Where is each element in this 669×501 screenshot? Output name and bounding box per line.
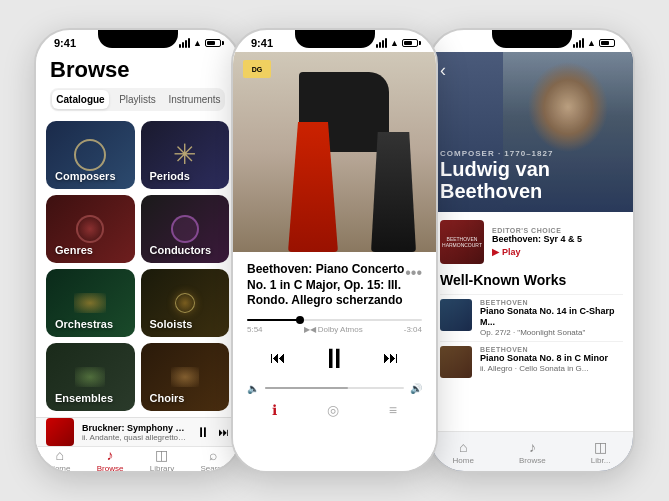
work-composer-1: BEETHOVEN [480, 299, 623, 306]
signal-icon-2 [376, 38, 387, 48]
cell-composers[interactable]: Composers [46, 121, 135, 189]
ec-info: EDITOR'S CHOICE Beethoven: Syr 4 & 5 ▶ P… [492, 227, 623, 258]
choirs-icon [171, 367, 199, 387]
notch-2 [295, 30, 375, 48]
cell-soloists[interactable]: Soloists [141, 269, 230, 337]
work-title-2: Piano Sonata No. 8 in C Minor [480, 353, 623, 364]
back-button[interactable]: ‹ [440, 60, 446, 81]
work-title-1: Piano Sonata No. 14 in C-Sharp M... [480, 306, 623, 328]
nav-browse-1[interactable]: ♪ Browse [97, 447, 124, 473]
player-controls: ⏮ ⏸ ⏭ [233, 336, 436, 381]
wifi-icon-2: ▲ [390, 38, 399, 48]
cell-genres[interactable]: Genres [46, 195, 135, 263]
cell-periods[interactable]: ✳ Periods [141, 121, 230, 189]
browse-icon-1: ♪ [107, 447, 114, 463]
nav-library-1[interactable]: ◫ Library [150, 447, 174, 473]
soloists-icon [175, 293, 195, 313]
nav-browse-label-3: Browse [519, 456, 546, 465]
progress-track[interactable] [247, 319, 422, 321]
phone-browse: 9:41 ▲ Browse Catalogue Playlists Instru… [34, 28, 241, 473]
library-icon-3: ◫ [594, 439, 607, 455]
ec-play-button[interactable]: ▶ Play [492, 247, 623, 257]
np-pause-button[interactable]: ⏸ [196, 424, 210, 440]
phone3-content: ‹ COMPOSER · 1770–1827 Ludwig van Beetho… [430, 52, 633, 471]
ec-album-art: BEETHOVENHARMONCOURT [440, 220, 484, 264]
info-button[interactable]: ℹ [272, 402, 277, 418]
tab-catalogue[interactable]: Catalogue [52, 90, 109, 109]
browse-grid: Composers ✳ Periods Genres [36, 115, 239, 417]
pause-button[interactable]: ⏸ [320, 342, 348, 375]
phone-composer: 9:41 ▲ ‹ COMPOSER · 1770–1827 Ludwig van… [428, 28, 635, 473]
queue-button[interactable]: ≡ [389, 402, 397, 418]
extra-controls: ℹ ◎ ≡ [233, 398, 436, 422]
ec-title: Beethoven: Syr 4 & 5 [492, 234, 623, 246]
volume-fill [265, 387, 348, 389]
well-known-title: Well-Known Works [440, 272, 623, 288]
conductors-icon [171, 215, 199, 243]
orchestras-icon [74, 293, 106, 313]
phone1-content: Browse Catalogue Playlists Instruments C… [36, 52, 239, 471]
genres-label: Genres [55, 244, 93, 256]
home-icon-1: ⌂ [56, 447, 64, 463]
cell-choirs[interactable]: Choirs [141, 343, 230, 411]
np-next-button[interactable]: ⏭ [218, 426, 229, 438]
periods-label: Periods [150, 170, 190, 182]
phone2-content: DG ••• Beethoven: Piano Concerto No. 1 i… [233, 52, 436, 471]
progress-times: 5:54 ▶◀ Dolby Atmos -3:04 [247, 325, 422, 334]
nav-search-1[interactable]: ⌕ Search [200, 447, 225, 473]
time-2: 9:41 [251, 37, 273, 49]
rewind-button[interactable]: ⏮ [270, 349, 286, 367]
bottom-nav-1: ⌂ Home ♪ Browse ◫ Library ⌕ Search [36, 446, 239, 473]
cell-conductors[interactable]: Conductors [141, 195, 230, 263]
bottom-nav-3: ⌂ Home ♪ Browse ◫ Libr... [430, 431, 633, 471]
periods-icon: ✳ [173, 141, 196, 169]
play-triangle-icon: ▶ [492, 247, 499, 257]
soloists-label: Soloists [150, 318, 193, 330]
browse-tabs: Catalogue Playlists Instruments [50, 88, 225, 111]
notch-3 [492, 30, 572, 48]
nav-home-3[interactable]: ⌂ Home [453, 439, 474, 465]
browse-icon-3: ♪ [529, 439, 536, 455]
progress-fill [247, 319, 300, 321]
work-item-1[interactable]: BEETHOVEN Piano Sonata No. 14 in C-Sharp… [440, 294, 623, 341]
np-title: Bruckner: Symphony No. 4 i... [82, 423, 188, 433]
nav-browse-3[interactable]: ♪ Browse [519, 439, 546, 465]
player-options-button[interactable]: ••• [405, 264, 422, 282]
piano-scene: DG [233, 52, 436, 252]
nav-home-1[interactable]: ⌂ Home [49, 447, 70, 473]
cell-orchestras[interactable]: Orchestras [46, 269, 135, 337]
nav-home-label-3: Home [453, 456, 474, 465]
nav-library-3[interactable]: ◫ Libr... [591, 439, 611, 465]
nav-home-label-1: Home [49, 464, 70, 473]
figure-dark [371, 132, 416, 252]
time-elapsed: 5:54 [247, 325, 263, 334]
composers-icon [74, 139, 106, 171]
nav-browse-label-1: Browse [97, 464, 124, 473]
work-sub-1: Op. 27/2 · "Moonlight Sonata" [480, 328, 623, 338]
genres-icon [76, 215, 104, 243]
orchestras-label: Orchestras [55, 318, 113, 330]
tab-playlists[interactable]: Playlists [109, 90, 166, 109]
nav-search-label-1: Search [200, 464, 225, 473]
time-remaining: -3:04 [404, 325, 422, 334]
work-item-2[interactable]: BEETHOVEN Piano Sonata No. 8 in C Minor … [440, 341, 623, 382]
signal-icon-1 [179, 38, 190, 48]
browse-title: Browse [50, 58, 225, 82]
status-icons-1: ▲ [179, 38, 221, 48]
tab-instruments[interactable]: Instruments [166, 90, 223, 109]
signal-icon-3 [573, 38, 584, 48]
work-composer-2: BEETHOVEN [480, 346, 623, 353]
phones-container: 9:41 ▲ Browse Catalogue Playlists Instru… [0, 0, 669, 501]
now-playing-bar[interactable]: Bruckner: Symphony No. 4 i... ii. Andant… [36, 417, 239, 446]
airplay-button[interactable]: ◎ [327, 402, 339, 418]
work-info-1: BEETHOVEN Piano Sonata No. 14 in C-Sharp… [480, 299, 623, 337]
volume-track[interactable] [265, 387, 404, 389]
player-track-title: Beethoven: Piano Concerto No. 1 in C Maj… [247, 262, 422, 309]
fast-forward-button[interactable]: ⏭ [383, 349, 399, 367]
dg-logo: DG [243, 60, 271, 78]
work-sub-2: ii. Allegro · Cello Sonata in G... [480, 364, 623, 374]
composer-detail-content: BEETHOVENHARMONCOURT EDITOR'S CHOICE Bee… [430, 212, 633, 431]
library-icon-1: ◫ [155, 447, 168, 463]
composer-hero: ‹ COMPOSER · 1770–1827 Ludwig van Beetho… [430, 52, 633, 212]
cell-ensembles[interactable]: Ensembles [46, 343, 135, 411]
